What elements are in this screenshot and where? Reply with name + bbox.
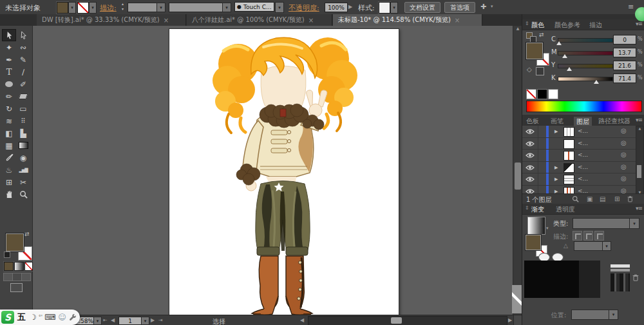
next-artboard-icon[interactable]: ▶ — [151, 317, 155, 323]
layer-name[interactable]: <... — [578, 175, 588, 182]
gradient-type-dd-icon[interactable]: ▾ — [629, 218, 639, 229]
layers-scrollbar[interactable]: ▲ ▼ — [636, 126, 644, 195]
color-mode-button[interactable] — [4, 262, 14, 271]
draw-behind-button[interactable] — [12, 273, 22, 281]
layer-name[interactable]: <... — [578, 164, 588, 170]
opacity-link[interactable]: 不透明度: — [289, 3, 319, 13]
sogou-ime-bar[interactable]: S 五 ☽ °' ⌨ ☺ — [0, 310, 80, 325]
stepper-down-icon[interactable]: ▾ — [122, 6, 124, 11]
visibility-eye-icon[interactable] — [526, 176, 535, 182]
selection-tool[interactable] — [2, 29, 16, 41]
canvas-area[interactable] — [33, 26, 513, 315]
panel-collapse-icon[interactable]: ⇕ — [525, 205, 529, 211]
zoom-dd-icon[interactable]: ▾ — [93, 317, 102, 325]
fill-dropdown-icon[interactable]: ▾ — [68, 2, 76, 14]
variable-width-dd-icon[interactable]: ▾ — [222, 3, 231, 12]
brush-dd-icon[interactable]: ▾ — [275, 2, 284, 13]
horizontal-scroll-thumb[interactable] — [391, 317, 402, 324]
draw-normal-button[interactable] — [3, 273, 13, 281]
channel-value-field[interactable]: 71.4 — [613, 74, 636, 83]
scroll-up-icon[interactable]: ▲ — [513, 26, 522, 34]
slice-tool[interactable]: ✂ — [16, 176, 30, 188]
stroke-dropdown-icon[interactable]: ▾ — [89, 2, 97, 14]
collapse-panels-icon[interactable]: ≡ — [628, 3, 634, 11]
brush-definition-dropdown[interactable]: ● Touch C... — [234, 2, 274, 12]
target-icon[interactable]: ◎ — [621, 163, 627, 170]
channel-slider[interactable] — [558, 64, 613, 68]
close-icon[interactable]: × — [308, 17, 314, 24]
layer-row[interactable]: ▶ <... ◎ — [522, 126, 644, 138]
layer-thumbnail[interactable] — [564, 151, 574, 161]
expand-icon[interactable]: ▶ — [554, 129, 558, 134]
artboard-number-field[interactable]: 1 — [118, 317, 142, 325]
tab-gradient[interactable]: 渐变 — [531, 205, 544, 214]
prev-artboard-icon[interactable]: ◀ — [111, 317, 115, 323]
expand-icon[interactable]: ▶ — [554, 165, 558, 170]
layer-name[interactable]: <... — [578, 140, 588, 146]
artboard[interactable] — [169, 28, 399, 315]
style-dd-icon[interactable]: ▾ — [390, 2, 398, 14]
layer-thumbnail[interactable] — [564, 127, 574, 137]
vertical-scrollbar[interactable]: ▲ — [513, 26, 522, 315]
magic-wand-tool[interactable]: ✦ — [2, 41, 16, 54]
new-sublayer-icon[interactable]: ▤ — [600, 195, 605, 202]
opacity-field[interactable]: 100% — [325, 3, 348, 12]
shape-builder-tool[interactable]: ◧ — [2, 127, 16, 139]
document-setup-button[interactable]: 文档设置 — [404, 2, 440, 13]
color-spectrum-bar[interactable] — [526, 101, 642, 112]
close-icon[interactable]: × — [455, 17, 460, 24]
location-dd-icon[interactable]: ▾ — [609, 310, 618, 320]
tab-pathfinder[interactable]: 路径查找器 — [598, 117, 630, 126]
tab-transparency[interactable]: 透明度 — [556, 205, 575, 214]
panel-menu-icon[interactable]: ▾≡ — [636, 21, 642, 27]
variable-width-dropdown[interactable] — [169, 3, 223, 12]
new-layer-icon[interactable]: ⊞ — [614, 195, 620, 202]
ime-moon-icon[interactable]: ☽ — [30, 313, 37, 322]
document-tab-active[interactable]: 未标题-10* @ 114.58% (CMYK/预览) × — [333, 14, 482, 26]
horizontal-scrollbar[interactable] — [308, 316, 507, 325]
eyedropper-tool[interactable] — [2, 152, 16, 164]
artwork-doll-illustration[interactable] — [169, 29, 399, 315]
stroke-color-swatch[interactable] — [77, 2, 89, 14]
fill-proxy[interactable] — [526, 235, 541, 250]
perspective-grid-tool[interactable]: ▙ — [16, 127, 30, 139]
direct-selection-tool[interactable] — [16, 29, 30, 41]
channel-value-field[interactable]: 13.7 — [613, 48, 636, 57]
tab-color-guide[interactable]: 颜色参考 — [554, 21, 580, 30]
visibility-eye-icon[interactable] — [526, 152, 535, 159]
location-dropdown[interactable] — [571, 310, 610, 320]
sogou-logo[interactable]: S — [1, 311, 14, 324]
tab-stroke[interactable]: 描边 — [589, 21, 602, 30]
blend-tool[interactable]: ◉ — [16, 152, 30, 164]
tab-brushes[interactable]: 画笔 — [551, 117, 564, 126]
layers-scroll-thumb[interactable] — [637, 165, 641, 178]
none-mode-button[interactable] — [24, 262, 33, 271]
visibility-eye-icon[interactable] — [526, 128, 535, 135]
target-icon[interactable]: ◎ — [621, 175, 627, 182]
document-tab[interactable]: 八个洋娃娃.ai* @ 100% (CMYK/预览) × — [187, 14, 332, 26]
tab-swatches[interactable]: 色板 — [526, 117, 539, 126]
curvature-tool[interactable]: ✎ — [16, 54, 30, 66]
opacity-stepper-icon[interactable]: ▶ — [348, 4, 352, 10]
panel-menu-icon[interactable]: ▾≡ — [636, 117, 642, 123]
last-artboard-icon[interactable]: ⇥ — [158, 317, 163, 323]
close-icon[interactable]: × — [164, 17, 169, 24]
channel-slider[interactable] — [558, 77, 613, 81]
layer-name[interactable]: <... — [578, 128, 588, 134]
clipping-mask-icon[interactable]: ▣ — [587, 195, 592, 202]
stroke-along-button[interactable] — [583, 231, 593, 241]
gradient-tool[interactable] — [16, 139, 30, 152]
stroke-across-button[interactable] — [594, 231, 604, 241]
target-icon[interactable]: ◎ — [621, 139, 627, 146]
visibility-eye-icon[interactable] — [526, 141, 535, 147]
type-tool[interactable]: T — [2, 66, 16, 78]
none-swatch[interactable] — [526, 89, 536, 99]
panel-menu-icon[interactable]: ▾≡ — [636, 205, 642, 212]
visibility-eye-icon[interactable] — [526, 164, 535, 171]
layer-row[interactable]: <... ◎ — [522, 150, 644, 162]
lasso-tool[interactable]: ∾ — [16, 41, 30, 54]
snap-options-icon[interactable]: ✚ — [480, 3, 486, 11]
style-swatch[interactable] — [379, 2, 390, 14]
free-transform-tool[interactable]: ▭ — [16, 103, 30, 115]
default-fill-stroke-icon[interactable] — [4, 251, 10, 258]
